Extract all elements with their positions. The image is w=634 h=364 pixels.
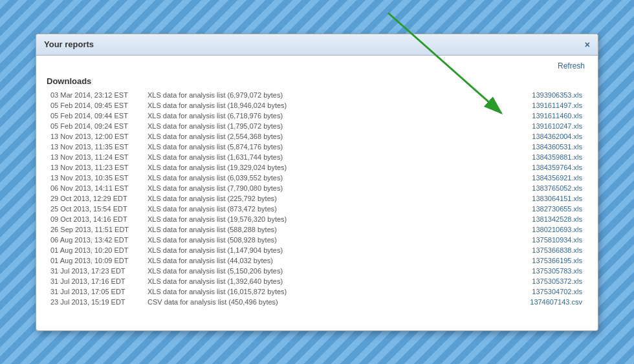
row-description: XLS data for analysis list (2,554,368 by… [144, 131, 325, 142]
row-description: XLS data for analysis list (16,015,872 b… [144, 286, 325, 297]
row-filename-link[interactable]: 1380210693.xls [325, 224, 595, 235]
modal-title: Your reports [44, 39, 94, 49]
row-filename-link[interactable]: 1391610247.xls [325, 121, 595, 131]
toolbar: Refresh [36, 56, 598, 74]
row-date: 03 Mar 2014, 23:12 EST [47, 90, 144, 100]
table-row: 06 Aug 2013, 13:42 EDTXLS data for analy… [47, 235, 595, 245]
content-area: Downloads 03 Mar 2014, 23:12 ESTXLS data… [36, 74, 598, 330]
row-description: XLS data for analysis list (6,039,552 by… [144, 173, 325, 183]
row-date: 09 Oct 2013, 14:16 EDT [47, 214, 144, 224]
section-downloads-title: Downloads [47, 74, 595, 90]
row-date: 31 Jul 2013, 17:16 EDT [47, 276, 144, 286]
row-date: 06 Nov 2013, 14:11 EST [47, 183, 144, 193]
table-row: 13 Nov 2013, 11:35 ESTXLS data for analy… [47, 142, 595, 152]
row-filename-link[interactable]: 1375305783.xls [325, 266, 595, 276]
table-row: 05 Feb 2014, 09:44 ESTXLS data for analy… [47, 111, 595, 121]
row-filename-link[interactable]: 1391611460.xls [325, 111, 595, 121]
table-row: 09 Oct 2013, 14:16 EDTXLS data for analy… [47, 214, 595, 224]
row-description: XLS data for analysis list (19,329,024 b… [144, 162, 325, 173]
table-row: 05 Feb 2014, 09:24 ESTXLS data for analy… [47, 121, 595, 131]
row-date: 05 Feb 2014, 09:45 EST [47, 100, 144, 111]
row-filename-link[interactable]: 1375366195.xls [325, 255, 595, 266]
table-row: 26 Sep 2013, 11:51 EDTXLS data for analy… [47, 224, 595, 235]
row-date: 01 Aug 2013, 10:09 EDT [47, 255, 144, 266]
row-filename-link[interactable]: 1374607143.csv [325, 297, 595, 307]
report-table: 03 Mar 2014, 23:12 ESTXLS data for analy… [47, 90, 595, 307]
row-description: XLS data for analysis list (225,792 byte… [144, 193, 325, 204]
table-row: 29 Oct 2013, 12:29 EDTXLS data for analy… [47, 193, 595, 204]
modal-body: Refresh Downloads 03 Mar 2014, 23:12 EST… [36, 56, 598, 330]
row-filename-link[interactable]: 1384356921.xls [325, 173, 595, 183]
row-date: 13 Nov 2013, 11:24 EST [47, 152, 144, 162]
table-row: 13 Nov 2013, 11:23 ESTXLS data for analy… [47, 162, 595, 173]
row-description: XLS data for analysis list (7,790,080 by… [144, 183, 325, 193]
table-row: 25 Oct 2013, 15:54 EDTXLS data for analy… [47, 204, 595, 214]
row-filename-link[interactable]: 1384362004.xls [325, 131, 595, 142]
modal-close-button[interactable]: × [585, 39, 590, 50]
row-date: 13 Nov 2013, 11:23 EST [47, 162, 144, 173]
scroll-container[interactable]: Downloads 03 Mar 2014, 23:12 ESTXLS data… [47, 74, 598, 330]
row-date: 06 Aug 2013, 13:42 EDT [47, 235, 144, 245]
row-filename-link[interactable]: 1375305372.xls [325, 276, 595, 286]
row-description: XLS data for analysis list (1,147,904 by… [144, 245, 325, 255]
table-row: 31 Jul 2013, 17:16 EDTXLS data for analy… [47, 276, 595, 286]
row-filename-link[interactable]: 1383765052.xls [325, 183, 595, 193]
row-filename-link[interactable]: 1384360531.xls [325, 142, 595, 152]
row-description: XLS data for analysis list (5,150,206 by… [144, 266, 325, 276]
row-description: XLS data for analysis list (6,979,072 by… [144, 90, 325, 100]
table-row: 31 Jul 2013, 17:05 EDTXLS data for analy… [47, 286, 595, 297]
row-description: XLS data for analysis list (18,946,024 b… [144, 100, 325, 111]
row-description: XLS data for analysis list (1,631,744 by… [144, 152, 325, 162]
row-filename-link[interactable]: 1384359881.xls [325, 152, 595, 162]
modal-overlay: Your reports × Refresh Downloads 03 Mar … [0, 0, 634, 364]
row-description: XLS data for analysis list (1,795,072 by… [144, 121, 325, 131]
table-row: 23 Jul 2013, 15:19 EDTCSV data for analy… [47, 297, 595, 307]
row-description: XLS data for analysis list (1,392,640 by… [144, 276, 325, 286]
row-filename-link[interactable]: 1381342528.xls [325, 214, 595, 224]
row-filename-link[interactable]: 1384359764.xls [325, 162, 595, 173]
table-row: 13 Nov 2013, 12:00 ESTXLS data for analy… [47, 131, 595, 142]
row-description: XLS data for analysis list (508,928 byte… [144, 235, 325, 245]
row-description: XLS data for analysis list (588,288 byte… [144, 224, 325, 235]
row-description: XLS data for analysis list (6,718,976 by… [144, 111, 325, 121]
row-filename-link[interactable]: 1382730655.xls [325, 204, 595, 214]
table-row: 01 Aug 2013, 10:09 EDTXLS data for analy… [47, 255, 595, 266]
row-filename-link[interactable]: 1375810934.xls [325, 235, 595, 245]
row-filename-link[interactable]: 1393906353.xls [325, 90, 595, 100]
table-row: 13 Nov 2013, 10:35 ESTXLS data for analy… [47, 173, 595, 183]
refresh-button[interactable]: Refresh [558, 61, 585, 70]
row-description: XLS data for analysis list (5,874,176 by… [144, 142, 325, 152]
row-description: XLS data for analysis list (44,032 bytes… [144, 255, 325, 266]
row-date: 05 Feb 2014, 09:44 EST [47, 111, 144, 121]
table-row: 01 Aug 2013, 10:20 EDTXLS data for analy… [47, 245, 595, 255]
table-row: 06 Nov 2013, 14:11 ESTXLS data for analy… [47, 183, 595, 193]
table-row: 13 Nov 2013, 11:24 ESTXLS data for analy… [47, 152, 595, 162]
table-row: 31 Jul 2013, 17:23 EDTXLS data for analy… [47, 266, 595, 276]
row-filename-link[interactable]: 1375366838.xls [325, 245, 595, 255]
reports-modal: Your reports × Refresh Downloads 03 Mar … [36, 34, 598, 331]
row-date: 23 Jul 2013, 15:19 EDT [47, 297, 144, 307]
row-date: 31 Jul 2013, 17:05 EDT [47, 286, 144, 297]
row-date: 05 Feb 2014, 09:24 EST [47, 121, 144, 131]
row-filename-link[interactable]: 1375304702.xls [325, 286, 595, 297]
row-filename-link[interactable]: 1391611497.xls [325, 100, 595, 111]
row-date: 29 Oct 2013, 12:29 EDT [47, 193, 144, 204]
modal-header: Your reports × [36, 34, 598, 56]
row-description: CSV data for analysis list (450,496 byte… [144, 297, 325, 307]
table-row: 05 Feb 2014, 09:45 ESTXLS data for analy… [47, 100, 595, 111]
row-description: XLS data for analysis list (19,576,320 b… [144, 214, 325, 224]
row-date: 13 Nov 2013, 11:35 EST [47, 142, 144, 152]
row-date: 13 Nov 2013, 12:00 EST [47, 131, 144, 142]
row-date: 26 Sep 2013, 11:51 EDT [47, 224, 144, 235]
row-filename-link[interactable]: 1383064151.xls [325, 193, 595, 204]
row-date: 31 Jul 2013, 17:23 EDT [47, 266, 144, 276]
table-row: 03 Mar 2014, 23:12 ESTXLS data for analy… [47, 90, 595, 100]
row-date: 13 Nov 2013, 10:35 EST [47, 173, 144, 183]
row-date: 25 Oct 2013, 15:54 EDT [47, 204, 144, 214]
row-description: XLS data for analysis list (873,472 byte… [144, 204, 325, 214]
row-date: 01 Aug 2013, 10:20 EDT [47, 245, 144, 255]
